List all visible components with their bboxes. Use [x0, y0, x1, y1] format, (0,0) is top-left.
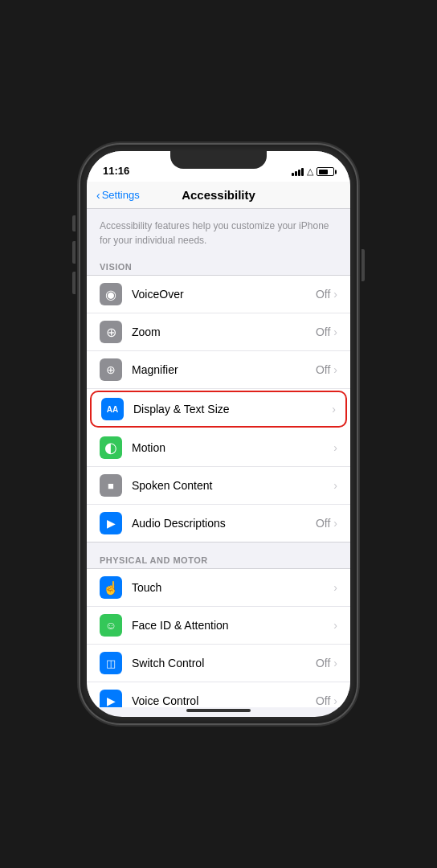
zoom-icon: [100, 321, 122, 343]
list-item-zoom[interactable]: Zoom Off ›: [87, 313, 350, 351]
switch-control-icon: ◫: [100, 652, 122, 674]
volume-up-button: [72, 241, 76, 264]
list-item-touch[interactable]: ☝ Touch ›: [87, 569, 350, 607]
list-item-motion[interactable]: ◐ Motion ›: [87, 429, 350, 467]
chevron-right-icon: ›: [332, 403, 336, 416]
switch-control-value: Off: [316, 657, 330, 669]
home-indicator: [186, 709, 251, 712]
vision-list: VoiceOver Off › Zoom Off ›: [87, 275, 350, 542]
section-header-vision: VISION: [87, 256, 350, 275]
switch-control-label: Switch Control: [132, 657, 316, 669]
back-button[interactable]: ‹ Settings: [96, 189, 140, 202]
zoom-label: Zoom: [132, 326, 316, 338]
list-item-audio-descriptions[interactable]: ▶ Audio Descriptions Off ›: [87, 505, 350, 542]
motion-icon: ◐: [100, 436, 122, 459]
chevron-right-icon: ›: [333, 326, 337, 338]
voice-control-icon: ▶: [100, 690, 122, 707]
audio-descriptions-icon: ▶: [100, 512, 122, 534]
list-item-faceid[interactable]: ☺ Face ID & Attention ›: [87, 607, 350, 645]
zoom-value: Off: [316, 326, 330, 338]
chevron-right-icon: ›: [333, 694, 337, 707]
phone-frame: 11:16 △ ‹ Settings Accessibility: [80, 145, 357, 723]
touch-label: Touch: [132, 581, 330, 594]
magnifier-value: Off: [316, 363, 330, 376]
battery-icon: [317, 167, 334, 176]
battery-fill: [319, 170, 329, 174]
chevron-right-icon: ›: [333, 479, 337, 492]
list-item-spoken-content[interactable]: ■ Spoken Content ›: [87, 467, 350, 505]
status-icons: △: [292, 166, 334, 177]
voice-control-value: Off: [316, 694, 330, 707]
motion-label: Motion: [132, 441, 330, 454]
audio-descriptions-value: Off: [316, 517, 330, 530]
phone-screen: 11:16 △ ‹ Settings Accessibility: [87, 151, 350, 717]
status-time: 11:16: [103, 165, 129, 177]
silent-switch: [72, 215, 76, 231]
chevron-right-icon: ›: [333, 288, 337, 301]
magnifier-label: Magnifier: [132, 363, 316, 376]
chevron-right-icon: ›: [333, 657, 337, 669]
faceid-icon: ☺: [100, 614, 122, 637]
power-button: [361, 249, 365, 281]
content-area: Accessibility features help you customiz…: [87, 209, 350, 707]
chevron-right-icon: ›: [333, 619, 337, 632]
voiceover-icon: [100, 283, 122, 305]
voiceover-value: Off: [316, 288, 330, 301]
chevron-right-icon: ›: [333, 581, 337, 594]
voiceover-label: VoiceOver: [132, 288, 316, 301]
section-header-physical-motor: PHYSICAL AND MOTOR: [87, 549, 350, 568]
physical-motor-list: ☝ Touch › ☺ Face ID & Attention › ◫ Swit…: [87, 568, 350, 707]
voice-control-label: Voice Control: [132, 694, 316, 707]
list-item-voice-control[interactable]: ▶ Voice Control Off ›: [87, 682, 350, 707]
volume-down-button: [72, 272, 76, 294]
list-item-voiceover[interactable]: VoiceOver Off ›: [87, 276, 350, 313]
intro-text: Accessibility features help you customiz…: [87, 209, 350, 256]
display-text-size-label: Display & Text Size: [133, 403, 329, 416]
chevron-left-icon: ‹: [96, 189, 100, 202]
magnifier-icon: [100, 358, 122, 381]
audio-descriptions-label: Audio Descriptions: [132, 517, 316, 530]
chevron-right-icon: ›: [333, 363, 337, 376]
faceid-label: Face ID & Attention: [132, 619, 330, 632]
touch-icon: ☝: [100, 576, 122, 599]
chevron-right-icon: ›: [333, 517, 337, 530]
list-item-display-text-size[interactable]: AA Display & Text Size ›: [90, 391, 347, 428]
display-text-size-icon: AA: [101, 398, 124, 420]
page-title: Accessibility: [182, 188, 255, 202]
signal-icon: [292, 168, 304, 176]
list-item-switch-control[interactable]: ◫ Switch Control Off ›: [87, 645, 350, 682]
spoken-content-label: Spoken Content: [132, 479, 330, 492]
back-label: Settings: [102, 189, 140, 201]
navigation-bar: ‹ Settings Accessibility: [87, 182, 350, 209]
notch: [170, 151, 267, 169]
wifi-icon: △: [307, 166, 313, 177]
chevron-right-icon: ›: [333, 441, 337, 454]
spoken-content-icon: ■: [100, 474, 122, 497]
list-item-magnifier[interactable]: Magnifier Off ›: [87, 351, 350, 389]
